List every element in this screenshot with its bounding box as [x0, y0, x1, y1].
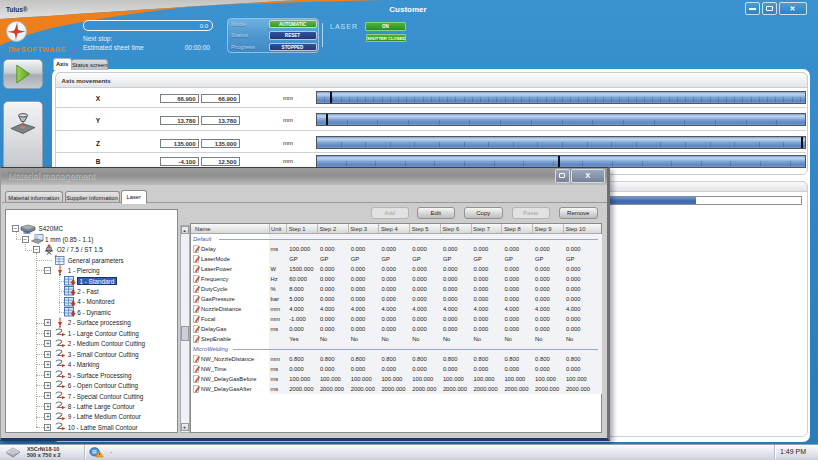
- svg-text:SMC: SMC: [23, 230, 31, 234]
